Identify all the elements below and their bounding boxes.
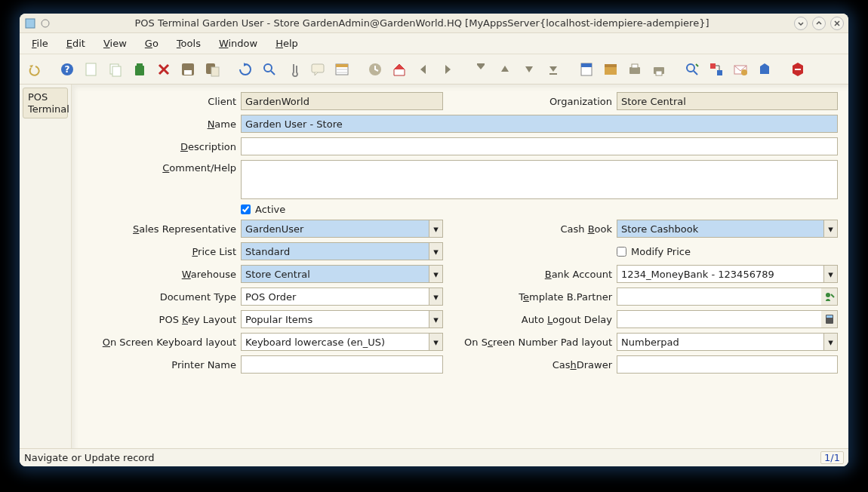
label-osnum: On Screen Number Pad layout: [451, 337, 617, 348]
field-name[interactable]: Garden User - Store: [241, 115, 838, 133]
field-comment[interactable]: [241, 160, 838, 199]
save-icon[interactable]: [178, 60, 198, 79]
checkbox-modifyprice-input[interactable]: [617, 247, 626, 257]
label-warehouse: Warehouse: [73, 269, 241, 280]
find-icon[interactable]: [260, 60, 279, 79]
label-printer: Printer Name: [73, 359, 241, 371]
svg-point-37: [826, 293, 830, 297]
svg-point-30: [687, 64, 694, 72]
forward-icon[interactable]: [438, 60, 457, 79]
svg-rect-27: [632, 64, 638, 68]
svg-rect-6: [112, 66, 121, 76]
combo-poskey[interactable]: Popular Items ▾: [241, 310, 443, 328]
calculator-icon[interactable]: [821, 310, 838, 328]
combo-oskbd[interactable]: Keyboard lowercase (en_US) ▾: [241, 333, 443, 351]
bpartner-lookup-icon[interactable]: [821, 288, 838, 306]
field-autodelay[interactable]: [617, 310, 821, 328]
tab-pos-terminal[interactable]: POS Terminal: [23, 88, 68, 118]
print-preview-icon[interactable]: [625, 60, 645, 79]
combo-osnum[interactable]: Numberpad ▾: [617, 333, 838, 351]
menu-help[interactable]: Help: [268, 35, 306, 52]
prev-icon[interactable]: [495, 60, 515, 79]
menu-tools[interactable]: Tools: [169, 35, 208, 52]
svg-rect-10: [184, 70, 192, 75]
workflow-icon[interactable]: [706, 60, 726, 79]
undo-icon[interactable]: [24, 60, 44, 79]
request-icon[interactable]: [731, 60, 750, 79]
svg-rect-36: [795, 69, 801, 70]
chevron-down-icon[interactable]: ▾: [429, 311, 442, 327]
label-bankaccount: Bank Account: [451, 269, 617, 280]
menu-go[interactable]: Go: [137, 35, 166, 52]
svg-point-34: [741, 69, 747, 75]
home-icon[interactable]: [389, 60, 409, 79]
chevron-down-icon[interactable]: ▾: [429, 266, 442, 282]
combo-doctype[interactable]: POS Order ▾: [241, 288, 443, 306]
end-icon[interactable]: [788, 60, 808, 79]
delete-icon[interactable]: [130, 60, 149, 79]
chevron-down-icon[interactable]: ▾: [823, 266, 837, 282]
chevron-down-icon[interactable]: ▾: [429, 334, 442, 350]
zoom-across-icon[interactable]: [682, 60, 702, 79]
label-client: Client: [73, 96, 241, 107]
combo-salesrep[interactable]: GardenUser ▾: [241, 220, 443, 238]
app-icon: [24, 17, 36, 29]
copy-icon[interactable]: [106, 60, 125, 79]
delete-selection-icon[interactable]: [154, 60, 174, 79]
first-icon[interactable]: [471, 60, 491, 79]
svg-rect-16: [336, 64, 348, 67]
field-description[interactable]: [241, 137, 838, 155]
chevron-down-icon[interactable]: ▾: [429, 288, 442, 305]
help-icon[interactable]: ?: [57, 60, 77, 79]
checkbox-modifyprice[interactable]: Modify Price: [617, 246, 691, 257]
next-icon[interactable]: [519, 60, 539, 79]
status-message: Navigate or Update record: [24, 452, 155, 463]
svg-rect-20: [477, 63, 485, 65]
chevron-down-icon[interactable]: ▾: [429, 243, 442, 260]
menu-window[interactable]: Window: [211, 35, 265, 52]
form-area: Client GardenWorld Organization Store Ce…: [71, 85, 848, 448]
svg-rect-7: [135, 66, 144, 75]
label-cashbook: Cash Book: [451, 223, 617, 235]
last-icon[interactable]: [543, 60, 563, 79]
print-icon[interactable]: [649, 60, 669, 79]
label-doctype: Document Type: [73, 291, 241, 303]
combo-pricelist[interactable]: Standard ▾: [241, 242, 443, 260]
svg-rect-4: [86, 63, 96, 75]
close-button[interactable]: [830, 17, 844, 30]
chevron-down-icon[interactable]: ▾: [823, 220, 837, 237]
menu-edit[interactable]: Edit: [59, 35, 93, 52]
field-template-bpartner[interactable]: [617, 288, 821, 306]
save-create-icon[interactable]: [202, 60, 222, 79]
combo-bankaccount[interactable]: 1234_MoneyBank - 123456789 ▾: [617, 265, 838, 283]
svg-rect-0: [26, 19, 35, 28]
attachment-icon[interactable]: [284, 60, 303, 79]
record-count: 1/1: [820, 451, 844, 464]
new-icon[interactable]: [82, 60, 101, 79]
history-icon[interactable]: [365, 60, 385, 79]
pin-icon[interactable]: [39, 17, 51, 29]
gridtoggle-icon[interactable]: [332, 60, 352, 79]
back-icon[interactable]: [414, 60, 433, 79]
menu-file[interactable]: File: [24, 35, 56, 52]
field-organization: Store Central: [617, 92, 838, 110]
menu-view[interactable]: View: [96, 35, 134, 52]
svg-text:?: ?: [65, 64, 70, 75]
minimize-button[interactable]: [794, 17, 808, 30]
svg-rect-32: [717, 70, 722, 75]
product-info-icon[interactable]: [755, 60, 774, 79]
svg-rect-12: [211, 67, 219, 76]
maximize-button[interactable]: [812, 17, 826, 30]
report-icon[interactable]: [577, 60, 596, 79]
chevron-down-icon[interactable]: ▾: [429, 220, 442, 237]
combo-cashbook[interactable]: Store Cashbook ▾: [617, 220, 838, 238]
refresh-icon[interactable]: [235, 60, 255, 79]
combo-warehouse[interactable]: Store Central ▾: [241, 265, 443, 283]
chevron-down-icon[interactable]: ▾: [823, 334, 837, 350]
field-printer[interactable]: [241, 355, 443, 374]
field-cashdrawer[interactable]: [617, 355, 838, 374]
archive-icon[interactable]: [601, 60, 620, 79]
chat-icon[interactable]: [308, 60, 328, 79]
checkbox-active[interactable]: Active: [241, 204, 285, 215]
checkbox-active-input[interactable]: [241, 204, 251, 214]
